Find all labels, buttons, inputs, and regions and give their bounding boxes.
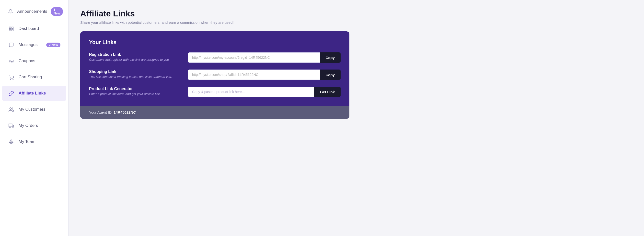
page-subtitle: Share your affiliate links with potentia… bbox=[80, 20, 632, 25]
link-input-product-generator[interactable] bbox=[188, 87, 314, 97]
link-button-product-generator[interactable]: Get Link bbox=[314, 87, 340, 97]
sidebar-label-my-team: My Team bbox=[18, 139, 36, 144]
card-title: Your Links bbox=[89, 39, 340, 46]
svg-rect-3 bbox=[9, 29, 11, 31]
bell-icon bbox=[8, 8, 13, 15]
badge-messages: 2 New bbox=[46, 43, 60, 47]
sidebar-label-announcements: Announcements bbox=[17, 9, 47, 14]
sidebar-label-cart-sharing: Cart Sharing bbox=[18, 75, 42, 80]
link-label-registration: Registration Link bbox=[89, 52, 182, 57]
svg-rect-9 bbox=[9, 124, 12, 127]
sidebar-label-affiliate-links: Affiliate Links bbox=[18, 91, 46, 96]
sidebar-label-coupons: Coupons bbox=[18, 59, 35, 63]
sidebar-item-my-customers[interactable]: My Customers bbox=[2, 102, 66, 117]
page-title: Affiliate Links bbox=[80, 9, 632, 18]
svg-point-10 bbox=[9, 127, 10, 128]
link-button-registration[interactable]: Copy bbox=[320, 52, 341, 63]
svg-rect-1 bbox=[12, 27, 13, 28]
sidebar-label-my-orders: My Orders bbox=[18, 123, 38, 128]
sidebar-label-dashboard: Dashboard bbox=[18, 26, 39, 31]
cart-icon bbox=[8, 74, 15, 80]
sidebar-item-messages[interactable]: Messages 2 New bbox=[2, 37, 66, 52]
orders-icon bbox=[8, 122, 15, 129]
badge-announcements: 1 New bbox=[51, 7, 63, 16]
affiliate-links-card: Your Links Registration Link Customers t… bbox=[80, 31, 350, 119]
sidebar-label-my-customers: My Customers bbox=[18, 107, 46, 112]
link-row-registration: Registration Link Customers that registe… bbox=[89, 52, 340, 63]
card-body: Your Links Registration Link Customers t… bbox=[80, 31, 350, 106]
link-row-shopping: Shopping Link This link contains a track… bbox=[89, 70, 340, 80]
card-footer: Your Agent ID: 14R45622NC bbox=[80, 106, 350, 119]
link-icon bbox=[8, 90, 15, 96]
agent-id-prefix: Your Agent ID: bbox=[89, 110, 114, 114]
svg-point-7 bbox=[13, 79, 13, 80]
sidebar-item-cart-sharing[interactable]: Cart Sharing bbox=[2, 70, 66, 85]
svg-point-11 bbox=[12, 127, 14, 128]
link-label-group-product-generator: Product Link Generator Enter a product l… bbox=[89, 87, 182, 96]
svg-point-5 bbox=[12, 62, 12, 62]
svg-rect-0 bbox=[9, 27, 11, 28]
link-row-product-generator: Product Link Generator Enter a product l… bbox=[89, 87, 340, 97]
sidebar-item-affiliate-links[interactable]: Affiliate Links bbox=[2, 86, 66, 101]
link-input-registration[interactable] bbox=[188, 52, 320, 63]
link-input-group-registration: Copy bbox=[188, 52, 340, 63]
customers-icon bbox=[8, 106, 15, 113]
link-button-shopping[interactable]: Copy bbox=[320, 70, 341, 80]
link-label-group-registration: Registration Link Customers that registe… bbox=[89, 52, 182, 62]
coupons-icon bbox=[8, 58, 15, 64]
link-input-shopping[interactable] bbox=[188, 70, 320, 80]
link-desc-product-generator: Enter a product link here, and get your … bbox=[89, 92, 182, 96]
messages-icon bbox=[8, 42, 15, 48]
main-content: Affiliate Links Share your affiliate lin… bbox=[68, 0, 644, 236]
svg-point-4 bbox=[10, 60, 11, 61]
svg-point-12 bbox=[10, 140, 12, 141]
sidebar-item-my-orders[interactable]: My Orders bbox=[2, 118, 66, 133]
sidebar-item-announcements[interactable]: Announcements 1 New bbox=[2, 3, 66, 20]
link-label-shopping: Shopping Link bbox=[89, 70, 182, 74]
svg-rect-2 bbox=[12, 29, 13, 31]
link-input-group-product-generator: Get Link bbox=[188, 87, 340, 97]
svg-point-8 bbox=[10, 108, 12, 109]
link-desc-shopping: This link contains a tracking cookie and… bbox=[89, 75, 182, 79]
link-desc-registration: Customers that register with this link a… bbox=[89, 58, 182, 62]
sidebar-item-coupons[interactable]: Coupons bbox=[2, 53, 66, 69]
sidebar-label-messages: Messages bbox=[18, 42, 38, 47]
link-label-product-generator: Product Link Generator bbox=[89, 87, 182, 91]
sidebar: Announcements 1 New Dashboard Messages 2… bbox=[0, 0, 68, 236]
svg-point-6 bbox=[10, 79, 11, 80]
sidebar-item-my-team[interactable]: My Team bbox=[2, 134, 66, 149]
agent-id-value: 14R45622NC bbox=[114, 110, 136, 114]
link-input-group-shopping: Copy bbox=[188, 70, 340, 80]
link-label-group-shopping: Shopping Link This link contains a track… bbox=[89, 70, 182, 79]
sidebar-item-dashboard[interactable]: Dashboard bbox=[2, 21, 66, 36]
team-icon bbox=[8, 139, 15, 145]
dashboard-icon bbox=[8, 26, 15, 32]
